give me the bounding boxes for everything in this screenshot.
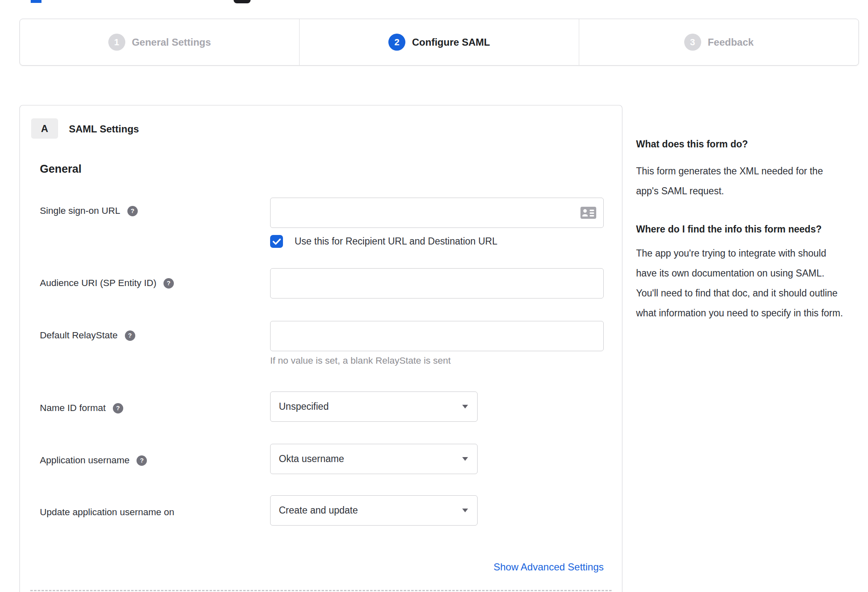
clipped-top-lock-fragment: [234, 0, 251, 3]
name-id-format-label: Name ID format: [40, 402, 106, 414]
update-username-label: Update application username on: [40, 506, 174, 519]
step-2-label: Configure SAML: [412, 37, 490, 48]
single-sign-on-url-field-wrap: [270, 198, 604, 228]
help-heading-1: What does this form do?: [636, 137, 846, 151]
step-configure-saml[interactable]: 2 Configure SAML: [299, 19, 579, 65]
step-feedback[interactable]: 3 Feedback: [579, 19, 858, 65]
section-title: SAML Settings: [69, 123, 139, 135]
help-icon[interactable]: ?: [127, 206, 138, 216]
audience-uri-input[interactable]: [270, 268, 604, 298]
relaystate-helper-text: If no value is set, a blank RelayState i…: [270, 355, 451, 366]
name-id-format-select[interactable]: Unspecified: [270, 391, 478, 422]
help-body-2: The app you're trying to integrate with …: [636, 243, 846, 323]
audience-uri-label-row: Audience URI (SP Entity ID) ?: [40, 277, 174, 289]
general-group-heading: General: [40, 163, 82, 176]
clipped-top-blue-fragment: [31, 0, 41, 3]
single-sign-on-url-label-row: Single sign-on URL ?: [40, 205, 138, 217]
name-id-format-label-row: Name ID format ?: [40, 402, 123, 414]
chevron-down-icon: [462, 509, 468, 512]
help-body-1: This form generates the XML needed for t…: [636, 161, 846, 201]
single-sign-on-url-input[interactable]: [270, 198, 604, 228]
show-advanced-settings-link[interactable]: Show Advanced Settings: [270, 561, 604, 573]
help-icon[interactable]: ?: [163, 278, 174, 289]
section-a-badge: A: [31, 118, 58, 139]
application-username-label: Application username: [40, 454, 129, 467]
audience-uri-label: Audience URI (SP Entity ID): [40, 277, 156, 289]
wizard-stepper: 1 General Settings 2 Configure SAML 3 Fe…: [20, 19, 859, 66]
help-icon[interactable]: ?: [113, 403, 123, 413]
check-icon: [273, 238, 281, 245]
update-username-value: Create and update: [279, 505, 358, 516]
help-panel: What does this form do? This form genera…: [636, 137, 846, 341]
step-2-number-badge: 2: [388, 34, 405, 51]
name-id-format-value: Unspecified: [279, 401, 329, 412]
default-relaystate-label-row: Default RelayState ?: [40, 329, 135, 342]
help-icon[interactable]: ?: [137, 455, 147, 466]
chevron-down-icon: [462, 457, 468, 461]
application-username-value: Okta username: [279, 453, 344, 465]
saml-settings-card: A SAML Settings General Single sign-on U…: [20, 105, 622, 592]
page: 1 General Settings 2 Configure SAML 3 Fe…: [0, 0, 868, 592]
step-general-settings[interactable]: 1 General Settings: [20, 19, 299, 65]
chevron-down-icon: [462, 405, 468, 409]
step-1-number-badge: 1: [108, 34, 125, 51]
default-relaystate-input[interactable]: [270, 321, 604, 351]
update-username-label-row: Update application username on: [40, 506, 174, 519]
application-username-label-row: Application username ?: [40, 454, 147, 467]
step-3-number-badge: 3: [684, 34, 701, 51]
default-relaystate-label: Default RelayState: [40, 329, 118, 342]
step-3-label: Feedback: [708, 37, 754, 48]
contact-card-icon: [580, 207, 596, 219]
recipient-url-checkbox-row: Use this for Recipient URL and Destinati…: [270, 235, 497, 248]
recipient-url-checkbox-label: Use this for Recipient URL and Destinati…: [295, 236, 497, 247]
dashed-section-divider: [30, 590, 612, 591]
recipient-url-checkbox[interactable]: [270, 235, 283, 248]
help-heading-2: Where do I find the info this form needs…: [636, 219, 846, 239]
help-icon[interactable]: ?: [125, 330, 135, 341]
single-sign-on-url-label: Single sign-on URL: [40, 205, 120, 217]
step-1-label: General Settings: [132, 37, 211, 48]
update-username-select[interactable]: Create and update: [270, 495, 478, 526]
application-username-select[interactable]: Okta username: [270, 444, 478, 474]
